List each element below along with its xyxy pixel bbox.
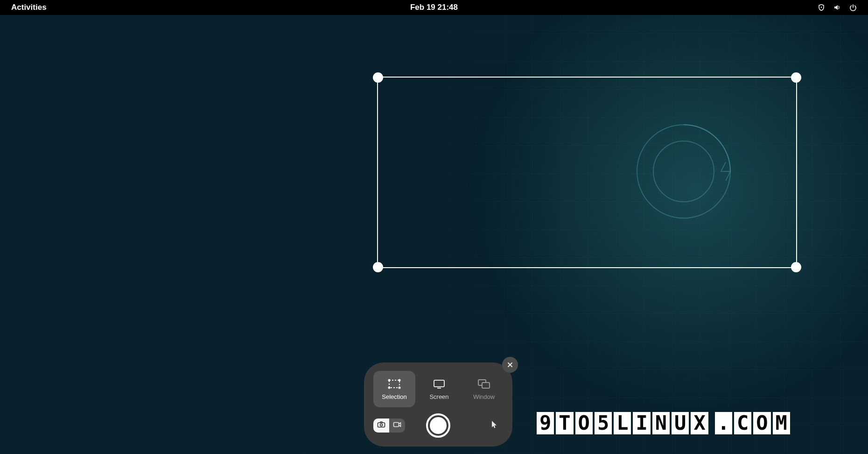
svg-rect-8: [434, 380, 444, 387]
watermark-tile: N: [652, 412, 670, 434]
svg-point-5: [399, 379, 401, 381]
svg-point-7: [399, 386, 401, 389]
close-button[interactable]: [502, 357, 518, 373]
watermark-tile: U: [672, 412, 689, 434]
mode-selection-button[interactable]: Selection: [373, 371, 415, 407]
close-icon: [507, 362, 513, 368]
svg-point-6: [388, 386, 391, 389]
screencast-toggle[interactable]: [389, 419, 405, 433]
mode-screen-label: Screen: [429, 393, 448, 400]
capture-button-inner: [430, 417, 447, 434]
screenshot-toggle[interactable]: [373, 419, 389, 433]
watermark-tile: M: [773, 412, 790, 434]
clock[interactable]: Feb 19 21:48: [410, 3, 458, 12]
capture-button[interactable]: [426, 413, 450, 438]
watermark-tile: I: [633, 412, 650, 434]
selection-handle-sw[interactable]: [373, 262, 383, 272]
privacy-shield-icon: [818, 4, 825, 11]
show-pointer-button[interactable]: [485, 417, 503, 434]
mode-window-button[interactable]: Window: [463, 371, 505, 407]
volume-icon: [833, 4, 841, 11]
watermark-tile: 5: [595, 412, 612, 434]
mode-selection-label: Selection: [382, 393, 406, 400]
watermark-tile: L: [614, 412, 631, 434]
watermark-tile: 9: [537, 412, 554, 434]
desktop: Selection Screen Windo: [0, 15, 868, 454]
svg-point-12: [380, 424, 383, 426]
svg-rect-3: [389, 380, 399, 388]
screen-icon: [432, 378, 446, 390]
svg-point-4: [388, 379, 391, 381]
screenshot-panel: Selection Screen Windo: [364, 362, 512, 447]
selection-icon: [387, 378, 401, 390]
system-status-area[interactable]: [818, 4, 857, 11]
watermark-tile: X: [691, 412, 708, 434]
window-icon: [477, 378, 491, 390]
selection-handle-ne[interactable]: [791, 72, 801, 83]
mode-screen-button[interactable]: Screen: [418, 371, 460, 407]
watermark-tile: O: [575, 412, 593, 434]
selection-handle-nw[interactable]: [373, 72, 383, 83]
cursor-icon: [490, 420, 498, 431]
svg-rect-10: [482, 383, 490, 388]
watermark-tile: .: [715, 412, 732, 434]
screenshot-selection[interactable]: [377, 77, 797, 268]
watermark-tile: C: [734, 412, 751, 434]
capture-type-toggle: [373, 419, 405, 433]
capture-mode-row: Selection Screen Windo: [373, 371, 503, 407]
camera-icon: [377, 421, 385, 430]
selection-handle-se[interactable]: [791, 262, 801, 272]
svg-point-0: [821, 7, 822, 8]
svg-rect-13: [394, 423, 399, 427]
top-bar: Activities Feb 19 21:48: [0, 0, 868, 15]
video-icon: [393, 421, 401, 430]
watermark-tile: T: [556, 412, 573, 434]
activities-button[interactable]: Activities: [11, 3, 47, 12]
watermark-tile: O: [753, 412, 770, 434]
action-row: [373, 412, 503, 439]
power-icon: [849, 4, 857, 11]
watermark: 9TO5LINUX.COM: [537, 412, 792, 434]
mode-window-label: Window: [473, 393, 495, 400]
